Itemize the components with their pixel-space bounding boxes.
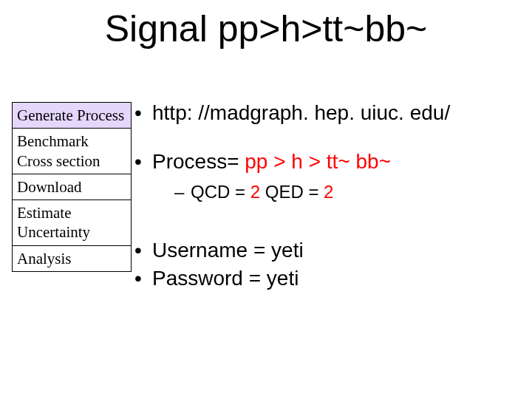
sub-qed-prefix: QED =: [260, 182, 324, 202]
sidebar-item-benchmark-cross-section: Benchmark Cross section: [12, 128, 132, 174]
slide-title: Signal pp>h>tt~bb~: [0, 7, 532, 50]
sub-list: QCD = 2 QED = 2: [152, 180, 519, 204]
slide: Signal pp>h>tt~bb~ Generate Process Benc…: [0, 0, 532, 399]
bullet-username-text: Username = yeti: [152, 239, 304, 262]
content-area: http: //madgraph. hep. uiuc. edu/ Proces…: [134, 99, 519, 312]
sidebar: Generate Process Benchmark Cross section…: [12, 102, 132, 271]
bullet-process: Process= pp > h > tt~ bb~ QCD = 2 QED = …: [134, 148, 519, 204]
bullet-username: Username = yeti: [134, 236, 519, 265]
bullet-url-text: http: //madgraph. hep. uiuc. edu/: [152, 101, 450, 124]
bullet-list: http: //madgraph. hep. uiuc. edu/ Proces…: [134, 99, 519, 293]
bullet-process-prefix: Process=: [152, 150, 245, 173]
sidebar-item-generate-process: Generate Process: [12, 102, 132, 129]
sidebar-item-estimate-uncertainty: Estimate Uncertainty: [12, 200, 132, 246]
bullet-password: Password = yeti: [134, 265, 519, 293]
sub-qcd-qed: QCD = 2 QED = 2: [174, 180, 519, 204]
bullet-url: http: //madgraph. hep. uiuc. edu/: [134, 99, 519, 127]
sidebar-item-analysis: Analysis: [12, 245, 132, 272]
sub-qed-value: 2: [324, 182, 333, 202]
bullet-password-text: Password = yeti: [152, 267, 299, 290]
bullet-process-value: pp > h > tt~ bb~: [245, 150, 391, 173]
sidebar-item-download: Download: [12, 174, 132, 200]
sub-qcd-prefix: QCD =: [191, 182, 250, 202]
sub-qcd-value: 2: [250, 182, 260, 202]
